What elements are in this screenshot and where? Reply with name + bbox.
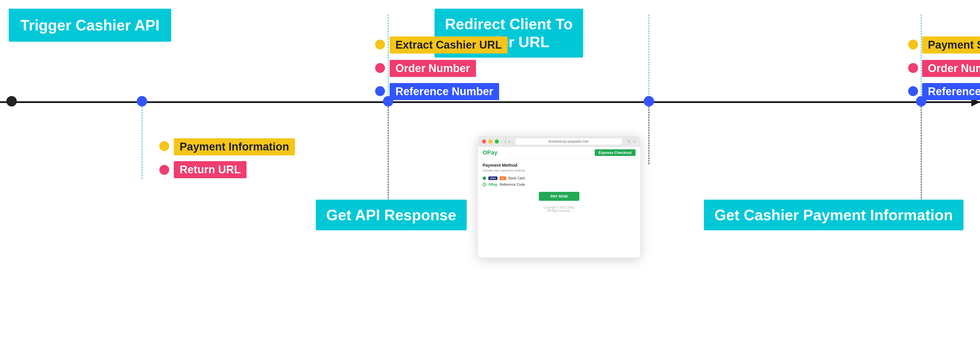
dot-ref-num-1: [375, 86, 385, 96]
radio-ref-icon[interactable]: [483, 183, 486, 186]
nav-back-icon[interactable]: ‹: [504, 139, 506, 144]
cashier-header: OPay Express Checkout: [478, 147, 640, 158]
opay-logo: OPay: [483, 149, 497, 156]
browser-body: OPay Express Checkout Payment Method cho…: [478, 147, 640, 258]
dashed-line-4-up: [921, 14, 922, 95]
browser-close-btn[interactable]: [482, 139, 486, 144]
browser-urlbar[interactable]: frontend-sq.opayweb.com: [515, 138, 622, 145]
opay-ref-logo: OPay: [488, 182, 497, 187]
cyan-box-api-response: Get API Response: [316, 200, 467, 230]
timeline-dot-origin: [6, 96, 17, 106]
dashed-line-trigger-down: [142, 106, 143, 179]
label-extract-url: Extract Cashier URL: [390, 36, 508, 54]
cashier-body: Payment Method choose your payment metho…: [478, 158, 640, 217]
cashier-footer: Copyright © 2021 OPay, All Right reserve…: [483, 206, 636, 212]
nav-forward-icon[interactable]: ›: [508, 139, 510, 144]
dashed-line-1-up: [388, 14, 389, 95]
browser-maximize-btn[interactable]: [495, 139, 499, 144]
label-order-num-1: Order Number: [390, 60, 476, 77]
express-checkout-badge: Express Checkout: [595, 149, 636, 156]
payment-option-card: VISA MC Bank Card: [483, 176, 636, 180]
timeline-dot-3: [644, 96, 654, 106]
browser-mockup: ‹ › frontend-sq.opayweb.com ⇧ ☆ OPay Exp…: [478, 136, 640, 258]
label-payment-info: Payment Information: [174, 138, 295, 155]
browser-bookmark-icon[interactable]: ☆: [632, 139, 636, 144]
mc-badge: MC: [500, 176, 506, 180]
browser-share-icon[interactable]: ⇧: [627, 139, 631, 144]
label-ref-num-1: Reference Number: [390, 83, 499, 100]
browser-minimize-btn[interactable]: [488, 139, 492, 144]
card-label: Bank Card: [508, 176, 525, 180]
label-payment-status: Payment Status: [922, 36, 980, 54]
ref-label: Reference Code: [500, 182, 525, 187]
pay-now-button[interactable]: PAY NOW: [539, 192, 579, 201]
browser-nav: ‹ ›: [504, 139, 510, 144]
cyan-box-trigger: Trigger Cashier API: [9, 9, 171, 42]
label-order-num-2: Order Number: [922, 60, 980, 77]
label-return-url: Return URL: [174, 161, 247, 178]
label-ref-num-2: Reference Number: [922, 83, 980, 100]
payment-method-subtitle: choose your payment method: [483, 169, 636, 172]
dot-payment-info: [159, 141, 169, 151]
dashed-line-3-up: [649, 14, 649, 100]
cyan-box-cashier-info: Get Cashier Payment Information: [704, 200, 964, 230]
dot-order-num-1: [375, 63, 385, 73]
dot-return-url: [159, 165, 169, 175]
dashed-line-3-down: [649, 106, 649, 164]
dot-order-num-2: [908, 63, 918, 73]
browser-url-text: frontend-sq.opayweb.com: [549, 139, 589, 144]
visa-badge: VISA: [488, 176, 497, 180]
dot-ref-num-2: [908, 86, 918, 96]
radio-card-icon[interactable]: [483, 176, 486, 180]
payment-option-reference: OPay Reference Code: [483, 182, 636, 187]
browser-icons: ⇧ ☆: [627, 139, 636, 144]
browser-titlebar: ‹ › frontend-sq.opayweb.com ⇧ ☆: [478, 136, 640, 147]
payment-method-title: Payment Method: [483, 163, 636, 168]
dot-payment-status: [908, 40, 918, 49]
dot-extract-url: [375, 40, 385, 49]
timeline-dot-1: [137, 96, 147, 106]
